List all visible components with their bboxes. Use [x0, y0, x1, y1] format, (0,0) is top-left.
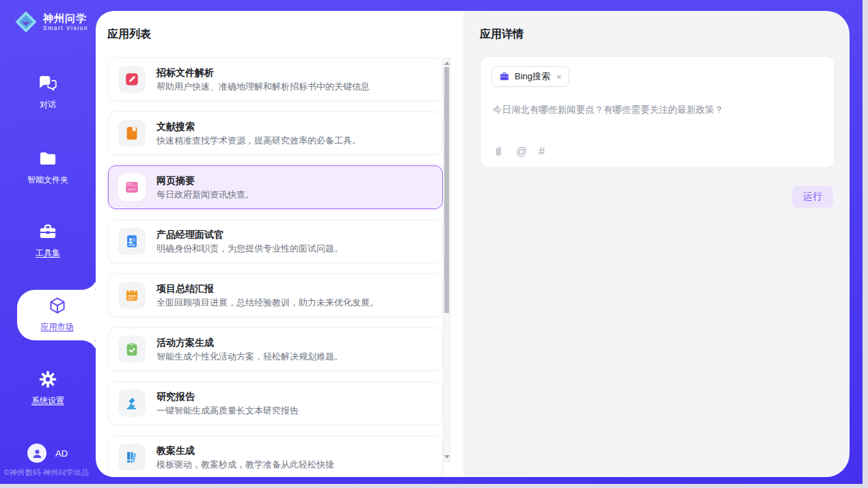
app-card-title: 研究报告 — [157, 390, 299, 403]
sidebar-item-chat[interactable]: 对话 — [0, 74, 96, 111]
app-card-text: 产品经理面试官明确身份和职责，为您提供专业性的面试问题。 — [157, 228, 343, 254]
app-card-text: 教案生成模板驱动，教案秒成，教学准备从此轻松快捷 — [157, 444, 334, 470]
app-card-desc: 全面回顾项目进展，总结经验教训，助力未来优化发展。 — [157, 297, 379, 308]
sidebar-item-cube[interactable]: 应用市场 — [17, 290, 97, 340]
sidebar-item-label: 智能文件夹 — [0, 174, 96, 186]
app-card-title: 网页摘要 — [157, 174, 254, 187]
microscope-icon — [124, 396, 139, 411]
run-button[interactable]: 运行 — [792, 186, 833, 208]
app-card-desc: 快速精准查找学术资源，提高研究效率的必备工具。 — [157, 135, 361, 146]
resume-icon — [124, 234, 139, 249]
app-card-text: 文献搜索快速精准查找学术资源，提高研究效率的必备工具。 — [157, 120, 361, 146]
cube-icon — [48, 296, 67, 315]
paperclip-icon[interactable] — [493, 146, 504, 157]
app-card[interactable]: 活动方案生成智能生成个性化活动方案，轻松解决规划难题。 — [108, 327, 443, 371]
app-card-icon-box: </> — [118, 174, 146, 201]
app-card-text: 项目总结汇报全面回顾项目进展，总结经验教训，助力未来优化发展。 — [157, 282, 379, 308]
app-card-title: 招标文件解析 — [157, 66, 370, 79]
attach-toolbar: @ # — [493, 146, 545, 157]
app-card-icon-box — [118, 228, 146, 255]
toolbox-icon — [38, 222, 57, 241]
svg-text:</>: </> — [128, 187, 136, 192]
scrollbar-thumb[interactable] — [444, 67, 449, 313]
app-card-desc: 帮助用户快速、准确地理解和解析招标书中的关键信息 — [157, 81, 370, 92]
scrollbar[interactable] — [443, 57, 450, 462]
app-card[interactable]: 文献搜索快速精准查找学术资源，提高研究效率的必备工具。 — [108, 111, 443, 155]
user-initials: AD — [55, 448, 68, 459]
app-card-title: 产品经理面试官 — [157, 228, 343, 241]
sidebar-item-toolbox[interactable]: 工具集 — [0, 222, 96, 259]
brand-diamond-icon — [14, 10, 38, 34]
sidebar-item-label: 工具集 — [0, 247, 96, 259]
app-card-title: 活动方案生成 — [157, 336, 343, 349]
sidebar-item-label: 对话 — [0, 99, 96, 111]
app-card-desc: 明确身份和职责，为您提供专业性的面试问题。 — [157, 243, 343, 254]
sidebar-item-label: 应用市场 — [17, 321, 97, 333]
app-card-desc: 每日政府新闻资讯快查。 — [157, 189, 254, 200]
app-card-desc: 模板驱动，教案秒成，教学准备从此轻松快捷 — [157, 459, 334, 470]
briefcase-icon — [499, 71, 510, 82]
app-card[interactable]: 招标文件解析帮助用户快速、准确地理解和解析招标书中的关键信息 — [108, 57, 443, 101]
sidebar-item-label: 系统设置 — [0, 395, 96, 407]
app-card[interactable]: 产品经理面试官明确身份和职责，为您提供专业性的面试问题。 — [108, 219, 443, 263]
calendar-icon — [124, 288, 139, 303]
brand-subtitle: Smart Vision — [43, 25, 88, 31]
app-card-icon-box — [118, 66, 146, 93]
app-card[interactable]: 项目总结汇报全面回顾项目进展，总结经验教训，助力未来优化发展。 — [108, 273, 443, 317]
app-card-desc: 一键智能生成高质量长文本研究报告 — [157, 405, 299, 416]
avatar[interactable] — [27, 444, 46, 463]
app-card-desc: 智能生成个性化活动方案，轻松解决规划难题。 — [157, 351, 343, 362]
folder-icon — [38, 149, 57, 168]
book-icon — [124, 126, 139, 141]
app-card-list: 招标文件解析帮助用户快速、准确地理解和解析招标书中的关键信息文献搜索快速精准查找… — [108, 57, 443, 477]
app-card-title: 文献搜索 — [157, 120, 361, 133]
brand-name: 神州问学 — [43, 12, 88, 24]
app-card[interactable]: 研究报告一键智能生成高质量长文本研究报告 — [108, 381, 443, 425]
tool-tag-label: Bing搜索 — [515, 70, 550, 83]
app-card-icon-box — [118, 390, 146, 417]
app-card[interactable]: 教案生成模板驱动，教案秒成，教学准备从此轻松快捷 — [108, 435, 443, 477]
sidebar-item-gear[interactable]: 系统设置 — [0, 370, 96, 407]
web-code-icon: </> — [124, 180, 139, 195]
app-card-icon-box — [118, 282, 146, 309]
app-card-text: 网页摘要每日政府新闻资讯快查。 — [157, 174, 254, 200]
app-detail-title: 应用详情 — [480, 27, 524, 42]
content-area: 应用列表 招标文件解析帮助用户快速、准确地理解和解析招标书中的关键信息文献搜索快… — [96, 11, 850, 477]
app-card-text: 研究报告一键智能生成高质量长文本研究报告 — [157, 390, 299, 416]
app-card-text: 活动方案生成智能生成个性化活动方案，轻松解决规划难题。 — [157, 336, 343, 362]
hash-icon[interactable]: # — [539, 146, 545, 157]
app-card[interactable]: </>网页摘要每日政府新闻资讯快查。 — [108, 165, 443, 209]
app-detail-panel: 应用详情 Bing搜索 × 今日湖北有哪些新闻要点？有哪些需要关注的最新政策？ — [463, 11, 850, 477]
scrollbar-up-arrow[interactable] — [444, 59, 450, 66]
tool-tag-bing-search[interactable]: Bing搜索 × — [491, 66, 569, 87]
person-icon — [31, 448, 43, 459]
query-card[interactable]: Bing搜索 × 今日湖北有哪些新闻要点？有哪些需要关注的最新政策？ @ # — [480, 56, 835, 168]
sidebar-item-folder[interactable]: 智能文件夹 — [0, 149, 96, 186]
clipboard-icon — [124, 342, 139, 357]
query-text[interactable]: 今日湖北有哪些新闻要点？有哪些需要关注的最新政策？ — [493, 103, 821, 116]
books-icon — [124, 450, 139, 465]
brand-logo: 神州问学 Smart Vision — [14, 10, 88, 34]
app-list-panel: 应用列表 招标文件解析帮助用户快速、准确地理解和解析招标书中的关键信息文献搜索快… — [96, 11, 463, 477]
app-window: 神州问学 Smart Vision 对话智能文件夹工具集应用市场系统设置 AD … — [0, 0, 863, 484]
user-row[interactable]: AD — [27, 444, 68, 463]
app-list-title: 应用列表 — [107, 27, 151, 42]
gear-icon — [38, 370, 57, 389]
copyright-text: ©神州数码·神州问学出品 — [4, 467, 96, 478]
sidebar: 神州问学 Smart Vision 对话智能文件夹工具集应用市场系统设置 AD … — [0, 0, 96, 484]
scrollbar-down-arrow[interactable] — [444, 453, 450, 460]
chat-icon — [38, 74, 57, 93]
app-card-icon-box — [118, 336, 146, 363]
edit-doc-icon — [124, 72, 139, 87]
app-card-title: 教案生成 — [157, 444, 334, 457]
tool-tag-close-icon[interactable]: × — [556, 72, 562, 82]
app-card-icon-box — [118, 444, 146, 471]
app-card-title: 项目总结汇报 — [157, 282, 379, 295]
app-card-icon-box — [118, 120, 146, 147]
app-card-text: 招标文件解析帮助用户快速、准确地理解和解析招标书中的关键信息 — [157, 66, 370, 92]
at-icon[interactable]: @ — [516, 146, 527, 157]
